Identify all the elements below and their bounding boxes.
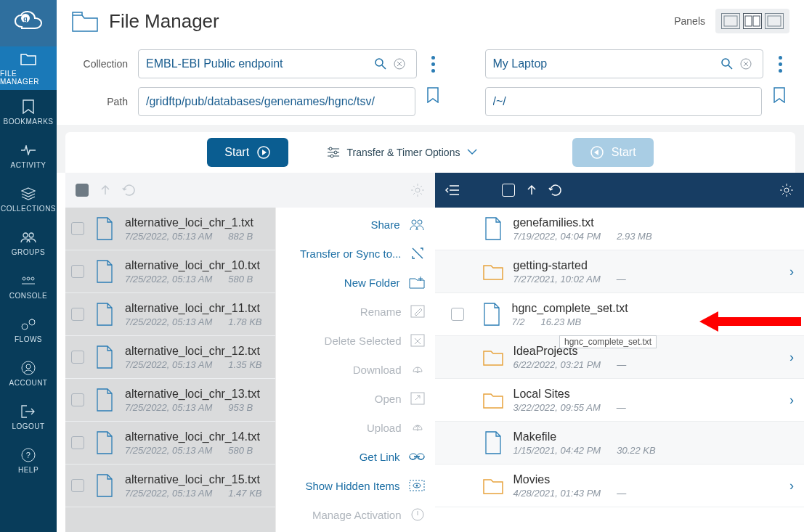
bookmark-right[interactable] [769,87,789,116]
file-icon [93,429,116,457]
svg-text:?: ? [26,451,31,459]
ctx-rename: Rename [276,303,425,319]
right-collection-menu[interactable] [771,49,789,78]
nav-account[interactable]: ACCOUNT [0,351,57,395]
left-toolbar [65,173,435,208]
console-icon [20,273,37,289]
row-checkbox[interactable] [71,393,84,406]
file-icon [93,343,116,371]
bookmark-left[interactable] [423,87,443,116]
list-item[interactable]: Local Sites3/22/2022, 09:55 AM—› [435,379,805,422]
file-icon [93,215,116,242]
left-collection-menu[interactable] [424,49,443,78]
svg-point-7 [22,324,28,330]
main-content: File Manager Panels Collection [57,0,804,532]
row-checkbox[interactable] [71,222,84,235]
up-icon[interactable] [525,184,538,197]
svg-rect-14 [745,16,752,26]
row-checkbox[interactable] [71,308,84,321]
panel-single[interactable] [721,13,740,29]
sidebar-nav: g FILE MANAGER BOOKMARKS ACTIVITY COLLEC… [0,0,57,532]
up-icon[interactable] [99,184,112,197]
list-item[interactable]: alternative_loci_chr_10.txt7/25/2022, 05… [65,250,275,293]
search-icon[interactable] [371,57,390,70]
panel-dual[interactable] [743,13,762,29]
nav-logout[interactable]: LOGOUT [0,395,57,438]
path-label: Path [71,96,128,107]
select-all-left[interactable] [76,184,89,197]
row-checkbox[interactable] [71,351,84,364]
nav-activity[interactable]: ACTIVITY [0,134,57,177]
list-item[interactable]: Makefile1/15/2021, 04:42 PM30.22 KB [435,422,805,465]
collapse-menu-icon[interactable] [445,184,460,196]
chevron-right-icon: › [789,478,794,494]
left-path-input[interactable] [138,87,415,116]
file-icon [93,258,116,285]
chevron-right-icon: › [789,264,794,279]
folder-icon [482,258,505,285]
list-item[interactable]: Movies4/28/2021, 01:43 PM—› [435,465,805,507]
svg-text:g: g [23,15,28,22]
list-item[interactable]: alternative_loci_chr_12.txt7/25/2022, 05… [65,336,275,379]
ctx-new-folder[interactable]: New Folder [276,274,425,290]
svg-point-22 [329,147,332,150]
row-checkbox[interactable] [71,436,84,449]
clear-icon[interactable] [390,57,409,70]
list-item[interactable]: alternative_loci_chr_14.txt7/25/2022, 05… [65,422,275,465]
ctx-share[interactable]: Share [276,216,425,232]
clear-icon[interactable] [736,57,755,70]
refresh-icon[interactable] [548,183,563,197]
nav-flows[interactable]: FLOWS [0,308,57,351]
right-file-list: genefamilies.txt7/19/2022, 04:04 PM2.93 … [435,208,805,532]
file-icon [482,429,505,457]
svg-point-17 [375,59,383,66]
svg-point-27 [412,220,416,224]
list-item[interactable]: alternative_loci_chr_11.txt7/25/2022, 05… [65,293,275,336]
nav-help[interactable]: ? HELP [0,438,57,482]
row-checkbox[interactable] [451,308,464,321]
chevron-right-icon: › [789,350,794,365]
start-left-button[interactable]: Start [207,138,288,167]
right-collection-input[interactable] [485,49,764,78]
help-icon: ? [20,447,37,463]
svg-rect-15 [753,16,760,26]
ctx-hidden[interactable]: Show Hidden Items [276,478,425,494]
right-toolbar [435,173,805,208]
list-item[interactable]: getting-started7/27/2021, 10:02 AM—› [435,250,805,293]
svg-point-24 [330,155,333,157]
nav-groups[interactable]: GROUPS [0,221,57,264]
search-icon[interactable] [718,57,736,70]
left-collection-input[interactable] [138,49,417,78]
list-item[interactable]: alternative_loci_chr_15.txt7/25/2022, 05… [65,465,275,507]
list-item[interactable]: alternative_loci_chr_13.txt7/25/2022, 05… [65,379,275,422]
nav-collections[interactable]: COLLECTIONS [0,177,57,221]
gear-icon[interactable] [410,183,425,197]
refresh-icon[interactable] [122,183,137,197]
svg-point-23 [334,151,337,154]
ctx-delete: Delete Selected [276,332,425,348]
callout-arrow [699,309,801,334]
panels-label: Panels [674,15,705,27]
row-checkbox[interactable] [71,479,84,492]
nav-bookmarks[interactable]: BOOKMARKS [0,90,57,134]
right-path-input[interactable] [485,87,763,116]
select-all-right[interactable] [502,184,515,197]
panel-right[interactable] [765,13,784,29]
row-checkbox[interactable] [71,265,84,278]
folder-icon [20,51,37,67]
ctx-get-link[interactable]: Get Link [276,449,425,465]
start-right-button[interactable]: Start [572,138,654,167]
svg-rect-31 [411,393,424,404]
nav-console[interactable]: CONSOLE [0,264,57,308]
ctx-upload: Upload [276,420,425,435]
folder-icon [482,343,505,371]
brand-logo: g [0,0,57,46]
list-item[interactable]: alternative_loci_chr_1.txt7/25/2022, 05:… [65,208,275,250]
ctx-transfer[interactable]: Transfer or Sync to... [276,245,425,261]
list-item[interactable]: genefamilies.txt7/19/2022, 04:04 PM2.93 … [435,208,805,250]
transfer-options-toggle[interactable]: Transfer & Timer Options [347,147,460,158]
gear-icon[interactable] [779,183,794,197]
settings-sliders-icon[interactable] [327,147,340,158]
chevron-down-icon[interactable] [467,149,477,156]
nav-file-manager[interactable]: FILE MANAGER [0,46,57,90]
